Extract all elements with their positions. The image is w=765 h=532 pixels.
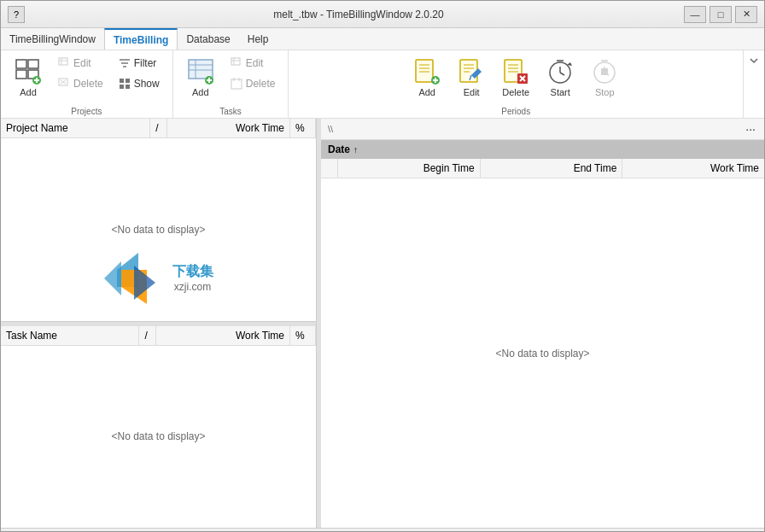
periods-add-button[interactable]: Add xyxy=(406,54,447,102)
left-panel: Project Name / Work Time % <No data to d… xyxy=(1,119,317,528)
periods-start-label: Start xyxy=(551,87,570,97)
periods-add-icon xyxy=(413,58,441,85)
projects-filter-label: Filter xyxy=(134,57,157,69)
periods-stop-button[interactable]: Stop xyxy=(584,54,625,102)
projects-edit-button[interactable]: Edit xyxy=(52,54,109,73)
projects-add-button[interactable]: Add xyxy=(8,54,49,102)
periods-no-data-area: <No data to display> xyxy=(321,178,764,528)
ribbon-collapse-button[interactable] xyxy=(744,52,764,69)
delete-icon xyxy=(58,78,70,90)
svg-rect-16 xyxy=(120,79,124,83)
svg-rect-19 xyxy=(126,85,130,89)
periods-col-worktime[interactable]: Work Time xyxy=(622,159,764,178)
projects-delete-button[interactable]: Delete xyxy=(52,74,109,93)
tasks-edit-button[interactable]: Edit xyxy=(225,54,282,73)
title-bar: ? melt_.tbw - TimeBillingWindow 2.0.20 —… xyxy=(1,1,764,28)
title-text: melt_.tbw - TimeBillingWindow 2.0.20 xyxy=(33,9,684,20)
logo-svg xyxy=(104,253,172,304)
tasks-col-name[interactable]: Task Name xyxy=(1,326,139,346)
menu-item-database[interactable]: Database xyxy=(178,28,238,50)
ribbon-group-tasks: Add Edit Delete xyxy=(173,50,289,118)
logo-text-main: 下载集 xyxy=(172,263,213,281)
right-panel: \\ ··· Date ↑ Begin Time End Time Work T… xyxy=(321,119,764,528)
projects-col-worktime[interactable]: Work Time xyxy=(167,119,290,138)
periods-col-indicator xyxy=(321,159,338,178)
tasks-delete-label: Delete xyxy=(246,78,276,90)
right-panel-collapse-button[interactable]: \\ xyxy=(324,122,336,136)
projects-delete-label: Delete xyxy=(73,78,103,90)
projects-filter-button[interactable]: Filter xyxy=(113,54,166,73)
edit-icon xyxy=(58,57,70,69)
date-header-text: Date xyxy=(328,143,350,155)
menu-bar: TimeBillingWindow TimeBilling Database H… xyxy=(1,28,764,50)
add-grid-blue-icon xyxy=(187,58,214,85)
tasks-add-label: Add xyxy=(192,87,209,97)
projects-section: Project Name / Work Time % <No data to d… xyxy=(1,119,316,322)
periods-buttons: Add Edit xyxy=(406,54,625,103)
periods-no-data-text: <No data to display> xyxy=(495,348,589,360)
tasks-col-percent[interactable]: % xyxy=(290,326,316,346)
projects-col-name[interactable]: Project Name xyxy=(1,119,150,138)
periods-edit-label: Edit xyxy=(464,87,480,97)
tasks-col-worktime[interactable]: Work Time xyxy=(156,326,290,346)
svg-rect-0 xyxy=(16,60,26,68)
bottom-bar: \\ xyxy=(1,528,764,532)
projects-show-label: Show xyxy=(134,78,160,90)
minimize-button[interactable]: — xyxy=(684,6,706,23)
right-panel-more-button[interactable]: ··· xyxy=(740,120,761,137)
svg-line-54 xyxy=(560,73,564,75)
tasks-group-label: Tasks xyxy=(219,103,242,116)
projects-col-sort[interactable]: / xyxy=(150,119,167,138)
svg-rect-7 xyxy=(59,58,67,65)
periods-col-endtime[interactable]: End Time xyxy=(481,159,623,178)
periods-delete-icon xyxy=(502,58,529,85)
show-icon xyxy=(119,78,131,90)
ribbon: Add Edit D xyxy=(1,50,764,119)
svg-rect-40 xyxy=(460,60,477,82)
tasks-add-button[interactable]: Add xyxy=(180,54,221,102)
close-button[interactable]: ✕ xyxy=(735,6,757,23)
svg-rect-27 xyxy=(231,58,240,65)
periods-add-label: Add xyxy=(418,87,435,97)
tasks-delete-button[interactable]: Delete xyxy=(225,74,282,93)
periods-delete-button[interactable]: Delete xyxy=(495,54,536,102)
tasks-delete-icon xyxy=(231,78,242,90)
menu-item-timebillingwindow[interactable]: TimeBillingWindow xyxy=(1,28,104,50)
svg-rect-1 xyxy=(28,60,38,68)
svg-rect-61 xyxy=(601,68,608,75)
main-content: Project Name / Work Time % <No data to d… xyxy=(1,119,764,528)
projects-edit-delete-group: Edit Delete xyxy=(52,54,109,93)
clock-stop-icon xyxy=(591,58,618,85)
date-header-row[interactable]: Date ↑ xyxy=(321,140,764,159)
periods-columns-header: Begin Time End Time Work Time xyxy=(321,159,764,178)
periods-col-begintime[interactable]: Begin Time xyxy=(338,159,481,178)
svg-rect-30 xyxy=(231,79,242,89)
projects-add-label: Add xyxy=(20,87,37,97)
periods-delete-label: Delete xyxy=(502,87,529,97)
svg-rect-33 xyxy=(416,60,433,82)
menu-item-timebilling[interactable]: TimeBilling xyxy=(104,28,178,50)
periods-start-button[interactable]: Start xyxy=(540,54,581,102)
help-button[interactable]: ? xyxy=(8,6,25,23)
logo-text-url: xzji.com xyxy=(174,281,211,293)
projects-filter-show-group: Filter Show xyxy=(113,54,166,93)
projects-show-button[interactable]: Show xyxy=(113,74,166,93)
projects-buttons: Add Edit D xyxy=(8,54,166,103)
watermark-logo: 下载集 xzji.com xyxy=(1,253,316,304)
periods-edit-button[interactable]: Edit xyxy=(451,54,492,102)
ribbon-group-projects: Add Edit D xyxy=(1,50,173,118)
periods-edit-icon xyxy=(458,58,485,85)
clock-start-icon xyxy=(546,58,574,85)
menu-item-help[interactable]: Help xyxy=(239,28,277,50)
tasks-buttons: Add Edit Delete xyxy=(180,54,282,103)
add-grid-icon xyxy=(15,58,42,85)
tasks-no-data-area: <No data to display> xyxy=(1,346,316,529)
svg-rect-17 xyxy=(126,79,130,83)
periods-group-label: Periods xyxy=(501,103,530,116)
tasks-col-sort[interactable]: / xyxy=(139,326,156,346)
projects-table: Project Name / Work Time % xyxy=(1,119,316,138)
projects-col-percent[interactable]: % xyxy=(290,119,316,138)
maximize-button[interactable]: □ xyxy=(710,6,732,23)
filter-icon xyxy=(119,57,131,69)
tasks-edit-delete-group: Edit Delete xyxy=(225,54,282,93)
